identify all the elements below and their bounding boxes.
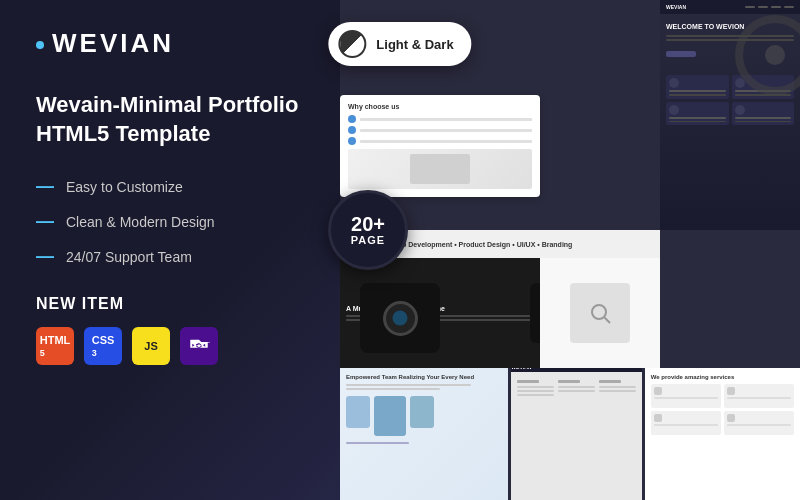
footer-section: WEVIAN [511,368,641,500]
badge-js: JS [132,327,170,365]
light-dark-pill[interactable]: Light & Dark [328,22,471,66]
feature-text-1: Easy to Customize [66,179,183,195]
footer-columns [517,380,635,396]
camera-product [360,283,440,353]
tech-badges: HTML5 CSS3 JS [36,327,304,365]
nav-dot-3 [771,6,781,8]
feature-item-1: — Easy to Customize [36,176,304,197]
nav-dot-1 [745,6,755,8]
product-white-item [570,283,630,343]
service-icon-3 [654,414,662,422]
service-icon-1 [654,387,662,395]
svg-line-1 [605,318,611,324]
services-section: We provide amazing services [645,368,800,500]
person-2-main [374,396,406,436]
service-text-3 [654,424,718,426]
light-dark-icon [338,30,366,58]
dark-cta-btn [666,51,696,57]
svg-point-0 [592,305,606,319]
dark-feat-4 [732,102,795,126]
footer-logo: WEVIAN [511,368,531,370]
feat-title-1 [669,90,726,92]
cta-line [346,442,409,444]
dark-logo: WEVIAN [666,4,686,10]
why-text-2 [360,129,532,132]
css3-label: CSS3 [92,334,115,358]
dark-feat-1 [666,75,729,99]
footer-col-1 [517,380,554,396]
col1-l3 [517,394,554,396]
team-people [346,396,502,436]
feat-icon-1 [669,78,679,88]
codepen-icon [188,335,210,357]
service-icon-4 [727,414,735,422]
why-title: Why choose us [348,103,532,110]
dark-header: WEVIAN [660,0,800,14]
pages-label: PAGE [351,234,385,246]
col3-l2 [599,390,636,392]
feat-icon-3 [669,105,679,115]
why-bullet-1 [348,115,356,123]
feat-desc-1 [669,94,726,96]
why-item-1 [348,115,532,123]
col2-l1 [558,386,595,388]
team-title: Empowered Team Realizing Your Every Need [346,374,502,380]
left-content: WEVIAN Wevain-Minimal Portfolio HTML5 Te… [36,28,304,365]
col1-l2 [517,390,554,392]
new-item-label: NEW ITEM [36,295,304,313]
main-title: Wevain-Minimal Portfolio HTML5 Template [36,91,304,148]
screenshot-mosaic: WEVIAN WELCOME TO WEVION [340,0,800,500]
search-icon [588,301,612,325]
service-3 [651,411,721,435]
product-white-section [540,258,660,368]
why-item-3 [348,137,532,145]
col2-title [558,380,580,383]
features-list: — Easy to Customize — Clean & Modern Des… [36,176,304,267]
dash-icon-1: — [36,176,54,197]
service-4 [724,411,794,435]
services-grid [651,384,794,435]
col1-l1 [517,386,554,388]
feat-desc-2 [735,94,792,96]
why-bullet-2 [348,126,356,134]
brand-name: WEVIAN [52,28,174,59]
camera-lens [383,301,418,336]
col2-l2 [558,390,595,392]
right-panel: WEVIAN WELCOME TO WEVION [340,0,800,500]
footer-nav: WEVIAN [511,368,641,372]
css3-version: 3 [92,348,97,358]
why-choose-us-card: Why choose us [340,95,540,197]
team-desc-2 [346,388,440,390]
why-text-3 [360,140,532,143]
col1-title [517,380,539,383]
nav-dot-4 [784,6,794,8]
service-text-1 [654,397,718,399]
footer-col-3 [599,380,636,396]
team-section: Empowered Team Realizing Your Every Need [340,368,508,500]
col3-l1 [599,386,636,388]
html5-version: 5 [40,348,45,358]
feature-text-3: 24/07 Support Team [66,249,192,265]
team-desc-1 [346,384,471,386]
dark-nav [745,6,794,8]
logo-dot [36,41,44,49]
person-3 [410,396,434,428]
feature-text-2: Clean & Modern Design [66,214,215,230]
laptop-image-area [348,149,532,189]
service-icon-2 [727,387,735,395]
service-text-2 [727,397,791,399]
service-1 [651,384,721,408]
feature-item-2: — Clean & Modern Design [36,211,304,232]
feat-title-4 [735,117,792,119]
feat-desc-3 [669,121,726,123]
feat-title-3 [669,117,726,119]
light-dark-label: Light & Dark [376,37,453,52]
pages-badge: 20+ PAGE [328,190,408,270]
feat-icon-4 [735,105,745,115]
feature-item-3: — 24/07 Support Team [36,246,304,267]
left-panel: WEVIAN Wevain-Minimal Portfolio HTML5 Te… [0,0,340,500]
footer-content [511,376,641,400]
why-bullet-3 [348,137,356,145]
dark-feat-3 [666,102,729,126]
nav-dot-2 [758,6,768,8]
